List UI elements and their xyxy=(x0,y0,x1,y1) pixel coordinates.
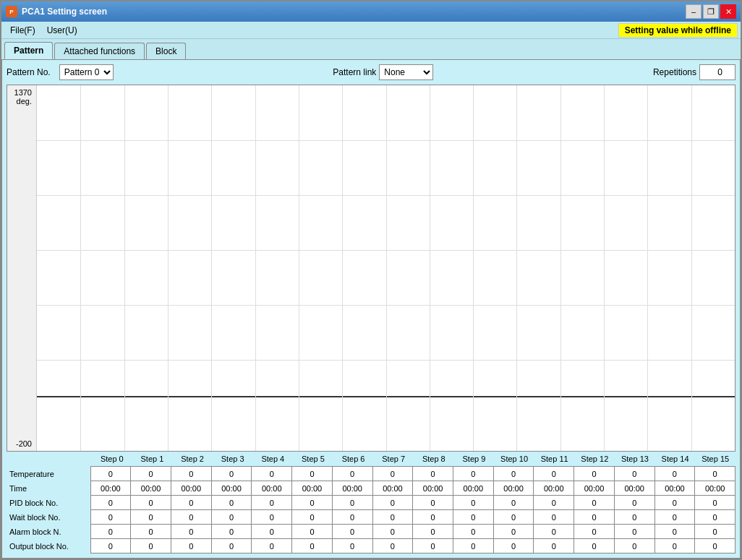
cell-r2-c10[interactable]: 0 xyxy=(493,496,534,510)
cell-r2-c8[interactable]: 0 xyxy=(413,496,453,510)
cell-r0-c3[interactable]: 0 xyxy=(211,467,252,481)
pattern-link-select[interactable]: None Pattern 1 Pattern 2 xyxy=(379,64,433,80)
maximize-button[interactable]: ❐ xyxy=(703,4,719,19)
cell-r1-c14[interactable]: 00:00 xyxy=(654,481,695,496)
cell-r4-c13[interactable]: 0 xyxy=(614,525,654,539)
menu-file[interactable]: File(F) xyxy=(4,24,41,37)
cell-r5-c14[interactable]: 0 xyxy=(654,539,695,553)
cell-r1-c11[interactable]: 00:00 xyxy=(534,481,574,496)
cell-r5-c7[interactable]: 0 xyxy=(372,539,413,553)
cell-r3-c4[interactable]: 0 xyxy=(252,510,292,525)
minimize-button[interactable]: – xyxy=(686,4,702,19)
cell-r2-c11[interactable]: 0 xyxy=(534,496,574,510)
cell-r2-c4[interactable]: 0 xyxy=(252,496,292,510)
cell-r4-c8[interactable]: 0 xyxy=(413,525,453,539)
cell-r1-c4[interactable]: 00:00 xyxy=(252,481,292,496)
cell-r4-c5[interactable]: 0 xyxy=(292,525,333,539)
cell-r2-c15[interactable]: 0 xyxy=(695,496,735,510)
cell-r3-c6[interactable]: 0 xyxy=(332,510,372,525)
cell-r3-c3[interactable]: 0 xyxy=(211,510,252,525)
cell-r5-c1[interactable]: 0 xyxy=(131,539,171,553)
cell-r3-c0[interactable]: 0 xyxy=(90,510,131,525)
cell-r3-c9[interactable]: 0 xyxy=(453,510,493,525)
cell-r1-c13[interactable]: 00:00 xyxy=(614,481,654,496)
repetitions-input[interactable] xyxy=(699,64,735,80)
cell-r5-c3[interactable]: 0 xyxy=(211,539,252,553)
cell-r4-c9[interactable]: 0 xyxy=(453,525,493,539)
cell-r2-c2[interactable]: 0 xyxy=(171,496,211,510)
cell-r1-c10[interactable]: 00:00 xyxy=(493,481,534,496)
cell-r4-c12[interactable]: 0 xyxy=(574,525,615,539)
cell-r2-c5[interactable]: 0 xyxy=(292,496,333,510)
cell-r1-c6[interactable]: 00:00 xyxy=(332,481,372,496)
cell-r4-c10[interactable]: 0 xyxy=(493,525,534,539)
cell-r1-c1[interactable]: 00:00 xyxy=(131,481,171,496)
cell-r2-c3[interactable]: 0 xyxy=(211,496,252,510)
close-button[interactable]: ✕ xyxy=(720,4,736,19)
cell-r2-c9[interactable]: 0 xyxy=(453,496,493,510)
cell-r1-c9[interactable]: 00:00 xyxy=(453,481,493,496)
cell-r4-c6[interactable]: 0 xyxy=(332,525,372,539)
cell-r5-c9[interactable]: 0 xyxy=(453,539,493,553)
cell-r5-c11[interactable]: 0 xyxy=(534,539,574,553)
tab-pattern[interactable]: Pattern xyxy=(4,42,53,59)
cell-r5-c5[interactable]: 0 xyxy=(292,539,333,553)
cell-r1-c3[interactable]: 00:00 xyxy=(211,481,252,496)
cell-r4-c11[interactable]: 0 xyxy=(534,525,574,539)
cell-r2-c13[interactable]: 0 xyxy=(614,496,654,510)
cell-r1-c0[interactable]: 00:00 xyxy=(90,481,131,496)
cell-r5-c0[interactable]: 0 xyxy=(90,539,131,553)
cell-r4-c0[interactable]: 0 xyxy=(90,525,131,539)
cell-r4-c1[interactable]: 0 xyxy=(131,525,171,539)
cell-r5-c6[interactable]: 0 xyxy=(332,539,372,553)
cell-r1-c5[interactable]: 00:00 xyxy=(292,481,333,496)
cell-r5-c4[interactable]: 0 xyxy=(252,539,292,553)
cell-r5-c2[interactable]: 0 xyxy=(171,539,211,553)
cell-r1-c2[interactable]: 00:00 xyxy=(171,481,211,496)
cell-r3-c5[interactable]: 0 xyxy=(292,510,333,525)
cell-r5-c15[interactable]: 0 xyxy=(695,539,735,553)
cell-r1-c7[interactable]: 00:00 xyxy=(372,481,413,496)
cell-r4-c15[interactable]: 0 xyxy=(695,525,735,539)
cell-r2-c6[interactable]: 0 xyxy=(332,496,372,510)
cell-r0-c6[interactable]: 0 xyxy=(332,467,372,481)
cell-r4-c7[interactable]: 0 xyxy=(372,525,413,539)
cell-r3-c1[interactable]: 0 xyxy=(131,510,171,525)
cell-r3-c13[interactable]: 0 xyxy=(614,510,654,525)
cell-r0-c10[interactable]: 0 xyxy=(493,467,534,481)
cell-r1-c15[interactable]: 00:00 xyxy=(695,481,735,496)
cell-r0-c11[interactable]: 0 xyxy=(534,467,574,481)
tab-block[interactable]: Block xyxy=(146,43,186,59)
cell-r2-c14[interactable]: 0 xyxy=(654,496,695,510)
cell-r3-c11[interactable]: 0 xyxy=(534,510,574,525)
tab-attached-functions[interactable]: Attached functions xyxy=(54,43,145,59)
cell-r5-c12[interactable]: 0 xyxy=(574,539,615,553)
cell-r2-c0[interactable]: 0 xyxy=(90,496,131,510)
cell-r0-c9[interactable]: 0 xyxy=(453,467,493,481)
cell-r3-c7[interactable]: 0 xyxy=(372,510,413,525)
cell-r3-c12[interactable]: 0 xyxy=(574,510,615,525)
cell-r0-c2[interactable]: 0 xyxy=(171,467,211,481)
cell-r3-c2[interactable]: 0 xyxy=(171,510,211,525)
cell-r0-c5[interactable]: 0 xyxy=(292,467,333,481)
cell-r0-c13[interactable]: 0 xyxy=(614,467,654,481)
cell-r3-c14[interactable]: 0 xyxy=(654,510,695,525)
cell-r0-c4[interactable]: 0 xyxy=(252,467,292,481)
cell-r2-c12[interactable]: 0 xyxy=(574,496,615,510)
cell-r3-c10[interactable]: 0 xyxy=(493,510,534,525)
cell-r3-c8[interactable]: 0 xyxy=(413,510,453,525)
cell-r5-c8[interactable]: 0 xyxy=(413,539,453,553)
cell-r4-c3[interactable]: 0 xyxy=(211,525,252,539)
cell-r0-c1[interactable]: 0 xyxy=(131,467,171,481)
cell-r2-c7[interactable]: 0 xyxy=(372,496,413,510)
cell-r0-c14[interactable]: 0 xyxy=(654,467,695,481)
menu-user[interactable]: User(U) xyxy=(41,24,83,37)
cell-r4-c14[interactable]: 0 xyxy=(654,525,695,539)
pattern-no-select[interactable]: Pattern 0 Pattern 1 Pattern 2 Pattern 3 xyxy=(59,64,114,80)
cell-r1-c8[interactable]: 00:00 xyxy=(413,481,453,496)
cell-r0-c7[interactable]: 0 xyxy=(372,467,413,481)
cell-r0-c15[interactable]: 0 xyxy=(695,467,735,481)
cell-r4-c4[interactable]: 0 xyxy=(252,525,292,539)
cell-r5-c13[interactable]: 0 xyxy=(614,539,654,553)
cell-r0-c0[interactable]: 0 xyxy=(90,467,131,481)
